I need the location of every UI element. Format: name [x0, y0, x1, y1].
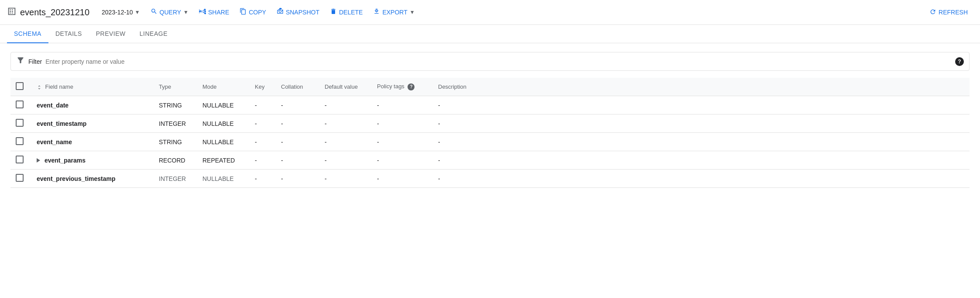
header-key: Key [250, 78, 276, 96]
policy-help-icon[interactable]: ? [408, 83, 415, 90]
row-fieldname: event_previous_timestamp [31, 170, 154, 188]
row-mode: NULLABLE [197, 133, 250, 151]
row-policy: - [372, 96, 433, 114]
row-mode: NULLABLE [197, 96, 250, 114]
row-default: - [319, 96, 372, 114]
row-checkbox[interactable] [16, 119, 24, 127]
refresh-label: REFRESH [939, 9, 968, 16]
header-mode: Mode [197, 78, 250, 96]
filter-input[interactable] [45, 58, 964, 65]
tab-lineage[interactable]: LINEAGE [133, 25, 175, 43]
row-mode: REPEATED [197, 151, 250, 170]
row-collation: - [276, 114, 319, 133]
field-name-text: event_date [37, 102, 69, 109]
row-description: - [433, 170, 970, 188]
tabs: SCHEMA DETAILS PREVIEW LINEAGE [0, 25, 980, 43]
select-all-checkbox[interactable] [16, 82, 24, 90]
refresh-button[interactable]: REFRESH [924, 5, 973, 20]
row-default: - [319, 133, 372, 151]
row-checkbox[interactable] [16, 100, 24, 108]
header-description: Description [433, 78, 970, 96]
row-policy: - [372, 133, 433, 151]
row-collation: - [276, 170, 319, 188]
table-row: event_date STRING NULLABLE - - - - - [10, 96, 970, 114]
table-header-row: Field name Type Mode Key Collation Defau… [10, 78, 970, 96]
row-default: - [319, 114, 372, 133]
field-name-text: event_name [37, 139, 72, 146]
row-description: - [433, 133, 970, 151]
row-type: INTEGER [154, 114, 197, 133]
filter-bar: Filter ? [10, 52, 970, 71]
header-collation: Collation [276, 78, 319, 96]
tab-details[interactable]: DETAILS [48, 25, 89, 43]
copy-icon [240, 8, 247, 17]
toolbar-actions: QUERY ▼ SHARE COPY [145, 4, 923, 20]
tab-preview[interactable]: PREVIEW [89, 25, 133, 43]
delete-label: DELETE [339, 9, 363, 16]
row-policy: - [372, 170, 433, 188]
export-chevron-icon: ▼ [410, 9, 415, 15]
row-key: - [250, 170, 276, 188]
filter-help-icon[interactable]: ? [955, 57, 964, 66]
share-icon [199, 8, 206, 17]
field-name-text: event_previous_timestamp [37, 175, 116, 182]
chevron-down-icon: ▼ [135, 9, 140, 15]
delete-button[interactable]: DELETE [325, 4, 368, 20]
row-checkbox[interactable] [16, 137, 24, 145]
row-collation: - [276, 96, 319, 114]
row-mode: NULLABLE [197, 170, 250, 188]
field-name-text: event_timestamp [37, 120, 86, 127]
row-key: - [250, 133, 276, 151]
tab-schema[interactable]: SCHEMA [7, 25, 48, 43]
row-checkbox-cell [10, 114, 31, 133]
row-key: - [250, 114, 276, 133]
row-fieldname: event_params [31, 151, 154, 170]
row-key: - [250, 96, 276, 114]
row-mode: NULLABLE [197, 114, 250, 133]
table-row: event_params RECORD REPEATED - - - - - [10, 151, 970, 170]
expand-arrow-icon[interactable] [37, 158, 40, 163]
table-row: event_name STRING NULLABLE - - - - - [10, 133, 970, 151]
query-chevron-icon: ▼ [183, 9, 188, 15]
row-policy: - [372, 151, 433, 170]
row-checkbox-cell [10, 170, 31, 188]
row-description: - [433, 96, 970, 114]
share-button[interactable]: SHARE [194, 4, 234, 20]
snapshot-button[interactable]: SNAPSHOT [271, 4, 325, 20]
row-checkbox-cell [10, 133, 31, 151]
row-policy: - [372, 114, 433, 133]
table-row: event_previous_timestamp INTEGER NULLABL… [10, 170, 970, 188]
row-default: - [319, 151, 372, 170]
snapshot-label: SNAPSHOT [286, 9, 319, 16]
copy-label: COPY [249, 9, 266, 16]
row-type: STRING [154, 133, 197, 151]
share-label: SHARE [208, 9, 229, 16]
date-selector[interactable]: 2023-12-10 ▼ [98, 7, 144, 17]
query-button[interactable]: QUERY ▼ [145, 4, 194, 20]
row-type: STRING [154, 96, 197, 114]
row-checkbox[interactable] [16, 156, 24, 163]
header-type: Type [154, 78, 197, 96]
schema-table: Field name Type Mode Key Collation Defau… [10, 78, 970, 188]
snapshot-icon [277, 8, 284, 17]
row-description: - [433, 151, 970, 170]
row-checkbox-cell [10, 151, 31, 170]
copy-button[interactable]: COPY [234, 4, 271, 20]
row-fieldname: event_timestamp [31, 114, 154, 133]
export-icon [373, 8, 380, 17]
row-type: INTEGER [154, 170, 197, 188]
filter-icon [16, 56, 25, 67]
date-value: 2023-12-10 [102, 9, 133, 16]
row-fieldname: event_name [31, 133, 154, 151]
row-key: - [250, 151, 276, 170]
query-label: QUERY [160, 9, 182, 16]
header-default: Default value [319, 78, 372, 96]
row-checkbox[interactable] [16, 174, 24, 182]
export-button[interactable]: EXPORT ▼ [368, 4, 420, 20]
delete-icon [330, 8, 337, 17]
content-area: Filter ? Field name Type Mode [0, 43, 980, 197]
row-type: RECORD [154, 151, 197, 170]
row-collation: - [276, 151, 319, 170]
query-icon [151, 8, 158, 17]
row-checkbox-cell [10, 96, 31, 114]
